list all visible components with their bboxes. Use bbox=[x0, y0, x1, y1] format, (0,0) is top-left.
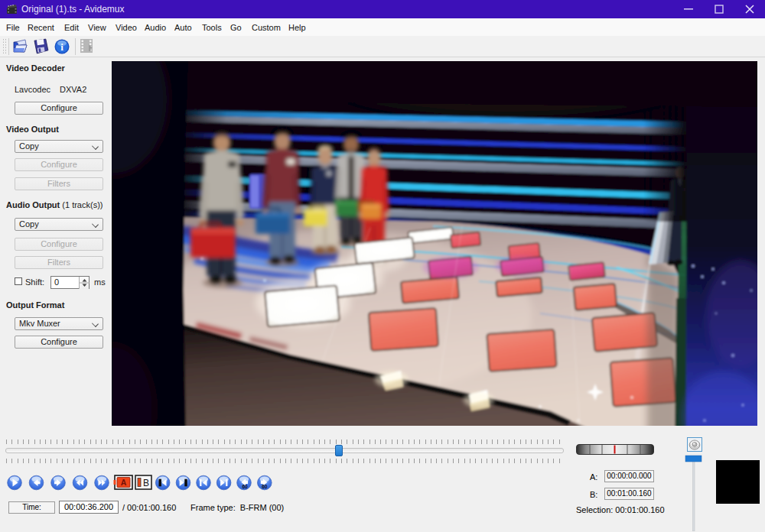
svg-text:A: A bbox=[121, 478, 127, 487]
svg-text:60: 60 bbox=[242, 484, 248, 489]
svg-text:B: B bbox=[143, 478, 149, 488]
svg-text:60: 60 bbox=[262, 484, 268, 489]
svg-text:i: i bbox=[60, 41, 63, 53]
